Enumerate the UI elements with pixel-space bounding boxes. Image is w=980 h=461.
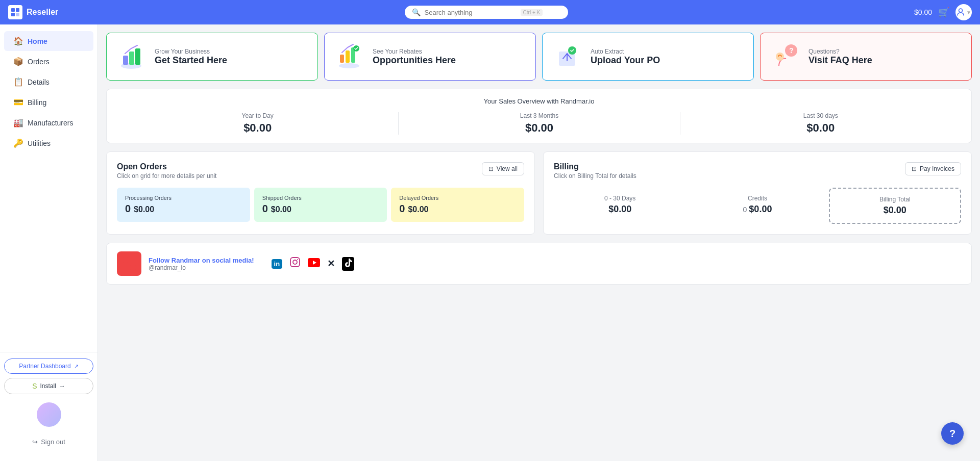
banner-sub-faq: Questions? <box>808 48 872 55</box>
billing-title: Billing <box>554 162 636 171</box>
metric-label-0: Year to Day <box>127 112 388 119</box>
svg-text:?: ? <box>789 46 794 55</box>
banner-text-autoextract: Auto Extract Upload Your PO <box>591 48 660 66</box>
banner-title-rebates: Opportunities Here <box>373 55 456 66</box>
banner-card-grow[interactable]: Grow Your Business Get Started Here <box>106 33 318 81</box>
order-stat-2[interactable]: Delayed Orders 0 $0.00 <box>391 188 524 222</box>
order-stat-amount-2: $0.00 <box>408 205 428 214</box>
order-stat-1[interactable]: Shipped Orders 0 $0.00 <box>254 188 387 222</box>
sales-metric-2: Last 30 days $0.00 <box>680 112 961 135</box>
banner-card-autoextract[interactable]: Auto Extract Upload Your PO <box>542 33 754 81</box>
install-arrow: → <box>59 382 65 390</box>
sidebar-item-manufacturers[interactable]: 🏭 Manufacturers <box>4 113 93 133</box>
sign-out-button[interactable]: ↪ Sign out <box>4 435 93 449</box>
banner-img-autoextract <box>551 40 583 73</box>
sidebar-item-details[interactable]: 📋 Details <box>4 72 93 92</box>
open-orders-header: Open Orders Click on grid for more detai… <box>117 162 524 180</box>
open-orders-title: Open Orders <box>117 162 216 171</box>
order-stat-label-1: Shipped Orders <box>262 195 379 201</box>
metric-label-1: Last 3 Months <box>409 112 669 119</box>
topnav-right: $0.00 🛒 ▼ <box>914 4 972 20</box>
banner-text-rebates: See Your Rebates Opportunities Here <box>373 48 456 66</box>
order-stat-label-0: Processing Orders <box>125 195 242 201</box>
install-button[interactable]: S Install → <box>4 378 93 394</box>
partner-dashboard-button[interactable]: Partner Dashboard ↗ <box>4 358 93 374</box>
sign-out-label: Sign out <box>41 438 65 446</box>
svg-rect-19 <box>122 257 128 263</box>
social-text: Follow Randmar on social media! @randmar… <box>149 257 254 271</box>
help-button[interactable]: ? <box>941 422 964 445</box>
search-input[interactable] <box>425 9 517 16</box>
sidebar-icon-utilities: 🔑 <box>13 138 22 148</box>
billing-stats: 0 - 30 Days $0.00 Credits 0 $0.00 Billin… <box>554 188 961 224</box>
billing-sub: Click on Billing Total for details <box>554 172 636 180</box>
youtube-icon[interactable] <box>308 257 320 270</box>
sidebar-item-utilities[interactable]: 🔑 Utilities <box>4 133 93 153</box>
billing-stat-value-0: $0.00 <box>608 204 631 215</box>
banner-img-faq: ? <box>769 40 801 73</box>
order-stat-count-0: 0 <box>125 203 131 215</box>
billing-stat-value-2: $0.00 <box>884 205 906 216</box>
search-icon: 🔍 <box>412 8 421 16</box>
sidebar-item-billing[interactable]: 💳 Billing <box>4 92 93 112</box>
social-follow-text[interactable]: Follow Randmar on social media! <box>149 257 254 264</box>
external-link-icon: ↗ <box>74 363 79 370</box>
metric-value-1: $0.00 <box>409 121 669 135</box>
svg-rect-9 <box>340 55 344 63</box>
svg-rect-22 <box>130 265 136 270</box>
banner-title-faq: Visit FAQ Here <box>808 55 872 66</box>
billing-stat-2[interactable]: Billing Total $0.00 <box>829 188 961 224</box>
order-stat-amount-1: $0.00 <box>271 205 291 214</box>
cart-button[interactable]: 🛒 <box>938 7 949 18</box>
sidebar-label-home: Home <box>28 37 47 45</box>
search-box[interactable]: 🔍 Ctrl + K <box>405 6 568 19</box>
svg-rect-20 <box>130 257 136 263</box>
sales-overview-title: Your Sales Overview with Randmar.io <box>117 97 961 105</box>
svg-rect-6 <box>129 52 134 65</box>
banner-text-grow: Grow Your Business Get Started Here <box>155 48 227 66</box>
billing-stat-label-1: Credits <box>696 195 818 202</box>
billing-stat-label-0: 0 - 30 Days <box>559 195 681 202</box>
svg-rect-1 <box>16 8 19 12</box>
view-all-button[interactable]: ⊡ View all <box>482 162 524 175</box>
banner-text-faq: Questions? Visit FAQ Here <box>808 48 872 66</box>
sidebar-icon-billing: 💳 <box>13 97 22 107</box>
banner-img-grow <box>115 40 148 73</box>
order-stat-0[interactable]: Processing Orders 0 $0.00 <box>117 188 250 222</box>
billing-stat-row-0: $0.00 <box>559 204 681 215</box>
cart-amount: $0.00 <box>914 8 932 16</box>
banner-card-rebates[interactable]: See Your Rebates Opportunities Here <box>324 33 536 81</box>
order-stats: Processing Orders 0 $0.00 Shipped Orders… <box>117 188 524 222</box>
sidebar-item-orders[interactable]: 📦 Orders <box>4 52 93 71</box>
brand-logo[interactable]: Reseller <box>8 5 58 19</box>
banner-sub-autoextract: Auto Extract <box>591 48 660 55</box>
sales-metrics: Year to Day $0.00 Last 3 Months $0.00 La… <box>117 112 961 135</box>
billing-card: Billing Click on Billing Total for detai… <box>543 151 972 235</box>
pay-invoices-button[interactable]: ⊡ Pay Invoices <box>905 162 961 175</box>
sidebar-label-billing: Billing <box>28 98 46 107</box>
order-stat-label-2: Delayed Orders <box>399 195 516 201</box>
billing-count-1: 0 <box>743 206 747 214</box>
sidebar-item-home[interactable]: 🏠 Home <box>4 31 93 51</box>
banner-card-faq[interactable]: ? Questions? Visit FAQ Here <box>760 33 972 81</box>
svg-point-15 <box>570 48 574 53</box>
brand-icon <box>8 5 22 19</box>
x-twitter-icon[interactable]: ✕ <box>327 258 335 269</box>
user-avatar[interactable]: ▼ <box>955 4 972 20</box>
sidebar: 🏠 Home 📦 Orders 📋 Details 💳 Billing 🏭 Ma… <box>0 24 98 461</box>
search-shortcut: Ctrl + K <box>521 9 543 16</box>
svg-rect-3 <box>16 13 19 16</box>
billing-stat-1: Credits 0 $0.00 <box>691 188 823 224</box>
svg-point-24 <box>293 260 297 264</box>
sidebar-label-details: Details <box>28 78 50 86</box>
top-navigation: Reseller 🔍 Ctrl + K $0.00 🛒 ▼ <box>0 0 980 24</box>
banner-title-grow: Get Started Here <box>155 55 227 66</box>
instagram-icon[interactable] <box>289 257 301 271</box>
order-stat-count-1: 0 <box>262 203 268 215</box>
linkedin-icon[interactable]: in <box>272 259 283 269</box>
pay-invoices-icon: ⊡ <box>912 165 917 172</box>
order-stat-amount-0: $0.00 <box>134 205 154 214</box>
sidebar-icon-details: 📋 <box>13 77 22 87</box>
tiktok-icon[interactable] <box>342 257 354 271</box>
billing-stat-0: 0 - 30 Days $0.00 <box>554 188 686 224</box>
